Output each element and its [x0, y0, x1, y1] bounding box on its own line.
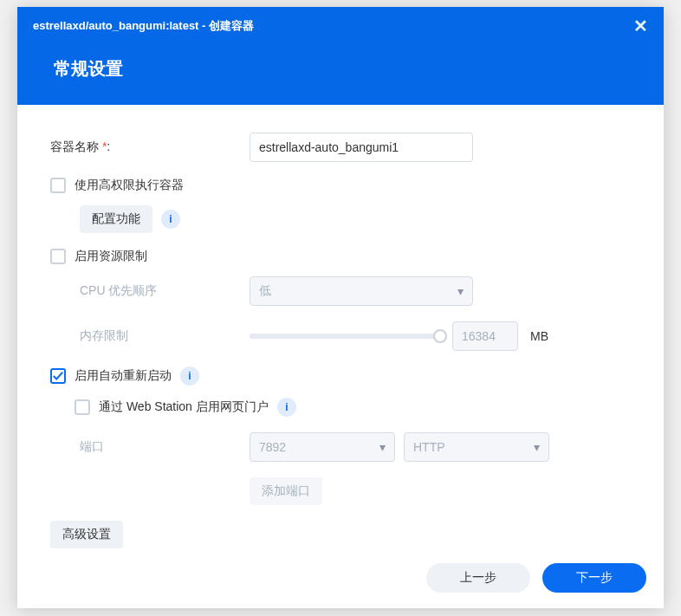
page-title: 常规设置: [17, 42, 664, 105]
auto-restart-checkbox[interactable]: [50, 368, 66, 384]
chevron-down-icon: ▾: [457, 284, 464, 298]
modal-header: estrellaxd/auto_bangumi:latest - 创建容器 ✕ …: [17, 7, 664, 105]
web-station-row: 通过 Web Station 启用网页门户 i: [50, 398, 631, 417]
memory-limit-label: 内存限制: [50, 328, 250, 344]
container-name-label: 容器名称 *:: [50, 139, 250, 155]
memory-limit-row: 内存限制 MB: [50, 321, 631, 351]
config-features-row: 配置功能 i: [50, 205, 631, 233]
modal-title: estrellaxd/auto_bangumi:latest - 创建容器: [33, 18, 254, 34]
chevron-down-icon: ▾: [379, 440, 386, 454]
close-icon[interactable]: ✕: [633, 16, 648, 36]
high-privilege-checkbox[interactable]: [50, 178, 66, 193]
web-station-checkbox[interactable]: [75, 399, 90, 415]
config-features-button[interactable]: 配置功能: [80, 205, 152, 233]
resource-limit-row: 启用资源限制: [50, 249, 631, 264]
container-name-input[interactable]: [250, 133, 473, 162]
web-station-label: 通过 Web Station 启用网页门户: [99, 399, 269, 415]
memory-slider: [250, 334, 440, 339]
resource-limit-checkbox[interactable]: [50, 249, 66, 264]
slider-thumb: [433, 329, 447, 343]
modal-body: 容器名称 *: 使用高权限执行容器 配置功能 i 启用资源限制 CPU 优先顺序: [17, 105, 664, 553]
port-protocol-select: HTTP ▾: [404, 432, 549, 462]
advanced-settings-row: 高级设置: [50, 521, 631, 548]
high-privilege-row: 使用高权限执行容器: [50, 178, 631, 193]
memory-unit: MB: [530, 329, 548, 343]
port-label: 端口: [50, 439, 250, 455]
cpu-priority-select: 低 ▾: [250, 276, 473, 306]
container-name-row: 容器名称 *:: [50, 133, 631, 162]
advanced-settings-button[interactable]: 高级设置: [50, 521, 123, 548]
chevron-down-icon: ▾: [534, 440, 540, 454]
memory-limit-input: [452, 321, 518, 351]
high-privilege-label: 使用高权限执行容器: [75, 178, 184, 193]
cpu-priority-row: CPU 优先顺序 低 ▾: [50, 276, 631, 306]
auto-restart-label: 启用自动重新启动: [75, 368, 172, 384]
info-icon[interactable]: i: [161, 210, 180, 229]
add-port-button: 添加端口: [250, 477, 322, 505]
info-icon[interactable]: i: [180, 366, 199, 386]
info-icon[interactable]: i: [277, 398, 296, 417]
add-port-row: 添加端口: [50, 477, 631, 505]
resource-limit-label: 启用资源限制: [75, 249, 147, 264]
next-button[interactable]: 下一步: [542, 563, 646, 593]
modal-footer: 上一步 下一步: [17, 553, 664, 608]
auto-restart-row: 启用自动重新启动 i: [50, 366, 631, 386]
create-container-modal: estrellaxd/auto_bangumi:latest - 创建容器 ✕ …: [17, 7, 664, 608]
port-number-select: 7892 ▾: [250, 432, 395, 462]
cpu-priority-label: CPU 优先顺序: [50, 283, 250, 299]
prev-button[interactable]: 上一步: [426, 563, 530, 593]
port-row: 端口 7892 ▾ HTTP ▾: [50, 432, 631, 462]
titlebar: estrellaxd/auto_bangumi:latest - 创建容器 ✕: [17, 7, 664, 42]
